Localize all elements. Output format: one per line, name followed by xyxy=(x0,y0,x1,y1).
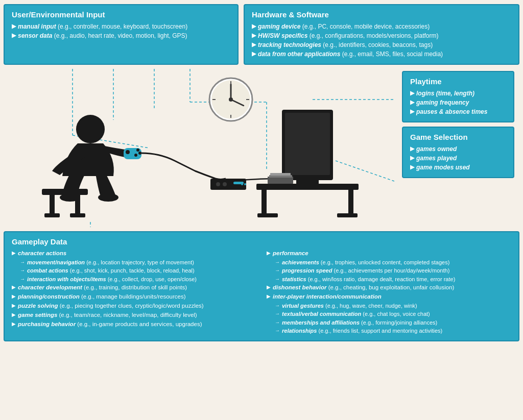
main-container: User/Environmental Input ▶ manual input … xyxy=(4,4,519,341)
svg-rect-31 xyxy=(337,213,358,217)
sensor-data-normal: (e.g., audio, heart rate, video, motion,… xyxy=(52,32,187,39)
sub-arrow-tv: → xyxy=(275,310,280,317)
statistics-normal: (e.g., win/loss ratio, damage dealt, rea… xyxy=(306,276,456,282)
combat-text: combat actions (e.g., shot, kick, punch,… xyxy=(27,266,195,275)
movement-bold: movement/navigation xyxy=(27,259,85,265)
gs-item-2: ▶ games played xyxy=(410,154,506,163)
arrow-pl: ▶ xyxy=(12,292,16,301)
arrow-pt3: ▶ xyxy=(410,107,414,116)
sub-arrow-mv: → xyxy=(20,258,25,266)
arrow-cd: ▶ xyxy=(12,283,16,291)
sub-memberships: → memberships and affiliations (e.g., fo… xyxy=(267,318,511,327)
sub-arrow-stat: → xyxy=(275,275,280,283)
hw-sw-item-3: ▶ tracking technologies (e.g., identifie… xyxy=(252,40,511,50)
gaming-device-bold: gaming device xyxy=(258,23,300,30)
hw-sw-item-1-text: gaming device (e.g., PC, console, mobile… xyxy=(258,22,430,31)
sub-combat: → combat actions (e.g., shot, kick, punc… xyxy=(12,266,256,275)
playtime-item-1: ▶ logins (time, length) xyxy=(410,89,506,98)
tracking-tech-bold: tracking technologies xyxy=(258,41,321,48)
sub-arrow-prog: → xyxy=(275,266,280,274)
arrow-icon-hw3: ▶ xyxy=(252,40,256,49)
rel-text: relationships (e.g., friends list, suppo… xyxy=(282,327,442,335)
svg-point-26 xyxy=(244,183,246,185)
arrow-icon-hw2: ▶ xyxy=(252,31,256,40)
arrow-icon-2: ▶ xyxy=(12,31,16,40)
user-input-item-1-text: manual input (e.g., controller, mouse, k… xyxy=(18,22,187,31)
logins-label: logins (time, length) xyxy=(416,89,474,98)
bottom-columns: ▶ character actions → movement/navigatio… xyxy=(12,249,511,335)
arrow-gs: ▶ xyxy=(12,311,16,319)
char-actions-bold: character actions xyxy=(18,250,66,256)
achievements-bold: achievements xyxy=(282,259,319,265)
manual-input-bold: manual input xyxy=(18,23,56,30)
movement-text: movement/navigation (e.g., location traj… xyxy=(27,258,194,267)
game-settings-item: ▶ game settings (e.g., team/race, nickna… xyxy=(12,311,256,320)
hw-sw-item-4: ▶ data from other applications (e.g., em… xyxy=(252,50,511,59)
hwsw-specifics-normal: (e.g., configurations, models/versions, … xyxy=(307,32,438,39)
char-actions-text: character actions xyxy=(18,249,66,258)
char-actions-item: ▶ character actions xyxy=(12,249,256,258)
interaction-bold: interaction with objects/items xyxy=(27,276,106,282)
planning-item: ▶ planning/construction (e.g., manage bu… xyxy=(12,292,256,302)
svg-rect-9 xyxy=(50,195,55,215)
middle-section: Playtime ▶ logins (time, length) ▶ gamin… xyxy=(4,69,519,227)
user-input-item-2: ▶ sensor data (e.g., audio, heart rate, … xyxy=(12,31,230,40)
illustration-svg xyxy=(11,69,394,227)
statistics-text: statistics (e.g., win/loss ratio, damage… xyxy=(282,275,455,284)
performance-bold: performance xyxy=(273,249,308,258)
game-selection-box: Game Selection ▶ games owned ▶ games pla… xyxy=(402,127,514,178)
dishonest-bold: dishonest behavior xyxy=(273,284,326,290)
char-dev-text: character development (e.g., training, d… xyxy=(18,283,187,292)
svg-point-22 xyxy=(216,182,220,186)
svg-rect-33 xyxy=(290,184,325,187)
arrow-pz: ▶ xyxy=(12,302,16,310)
arrow-perf: ▶ xyxy=(267,249,271,257)
progression-bold: progression speed xyxy=(282,267,332,274)
gameplay-data-box: Gameplay Data ▶ character actions → move… xyxy=(4,231,519,341)
gameplay-right-col: ▶ performance → achievements (e.g., trop… xyxy=(267,249,511,335)
sub-achievements: → achievements (e.g., trophies, unlocked… xyxy=(267,258,511,267)
svg-rect-0 xyxy=(11,69,394,227)
planning-normal: (e.g., manage buildings/units/resources) xyxy=(80,293,186,300)
purchasing-bold: purchasing behavior xyxy=(18,321,76,327)
statistics-bold: statistics xyxy=(282,276,306,282)
svg-point-23 xyxy=(223,182,227,186)
vg-bold: virtual gestures xyxy=(282,303,324,309)
arrow-ca: ▶ xyxy=(12,249,16,257)
dishonest-item: ▶ dishonest behavior (e.g., cheating, bu… xyxy=(267,283,511,292)
svg-point-25 xyxy=(241,183,243,185)
rel-normal: (e.g., friends list, support and mentori… xyxy=(317,328,442,334)
arrow-pt2: ▶ xyxy=(410,98,414,107)
sub-relationships: → relationships (e.g., friends list, sup… xyxy=(267,327,511,335)
game-settings-normal: (e.g., team/race, nickname, level/map, d… xyxy=(57,312,197,318)
achievements-normal: (e.g., trophies, unlocked content, compl… xyxy=(319,259,450,265)
interplayer-bold: inter-player interaction/communication xyxy=(273,292,382,302)
char-dev-normal: (e.g., training, distribution of skill p… xyxy=(82,284,187,290)
interaction-text: interaction with objects/items (e.g., co… xyxy=(27,275,197,284)
gameplay-left-col: ▶ character actions → movement/navigatio… xyxy=(12,249,256,335)
char-dev-bold: character development xyxy=(18,284,82,290)
tv-normal: (e.g., chat logs, voice chat) xyxy=(361,311,430,317)
arrow-gs3: ▶ xyxy=(410,163,414,171)
puzzle-text: puzzle solving (e.g., piecing together c… xyxy=(18,302,204,311)
sub-progression: → progression speed (e.g., achievements … xyxy=(267,266,511,275)
user-input-item-1: ▶ manual input (e.g., controller, mouse,… xyxy=(12,22,230,31)
sensor-data-bold: sensor data xyxy=(18,32,52,39)
dishonest-text: dishonest behavior (e.g., cheating, bug … xyxy=(273,283,454,292)
tracking-tech-normal: (e.g., identifiers, cookies, beacons, ta… xyxy=(321,41,433,48)
playtime-item-3: ▶ pauses & absence times xyxy=(410,107,506,116)
gameplay-title: Gameplay Data xyxy=(12,237,511,246)
mem-normal: (e.g., forming/joining alliances) xyxy=(360,319,437,326)
sub-arrow-cb: → xyxy=(20,266,25,274)
svg-point-40 xyxy=(229,97,233,102)
svg-point-15 xyxy=(98,193,118,202)
manual-input-normal: (e.g., controller, mouse, keyboard, touc… xyxy=(56,23,187,30)
sub-arrow-int: → xyxy=(20,275,25,283)
svg-rect-30 xyxy=(257,213,278,217)
sub-textual: → textual/verbal communication (e.g., ch… xyxy=(267,310,511,318)
hw-sw-item-1: ▶ gaming device (e.g., PC, console, mobi… xyxy=(252,22,511,31)
planning-text: planning/construction (e.g., manage buil… xyxy=(18,292,186,302)
svg-point-14 xyxy=(60,193,80,202)
vg-normal: (e.g., hug, wave, cheer, nudge, wink) xyxy=(324,303,417,309)
playtime-box: Playtime ▶ logins (time, length) ▶ gamin… xyxy=(402,71,514,122)
